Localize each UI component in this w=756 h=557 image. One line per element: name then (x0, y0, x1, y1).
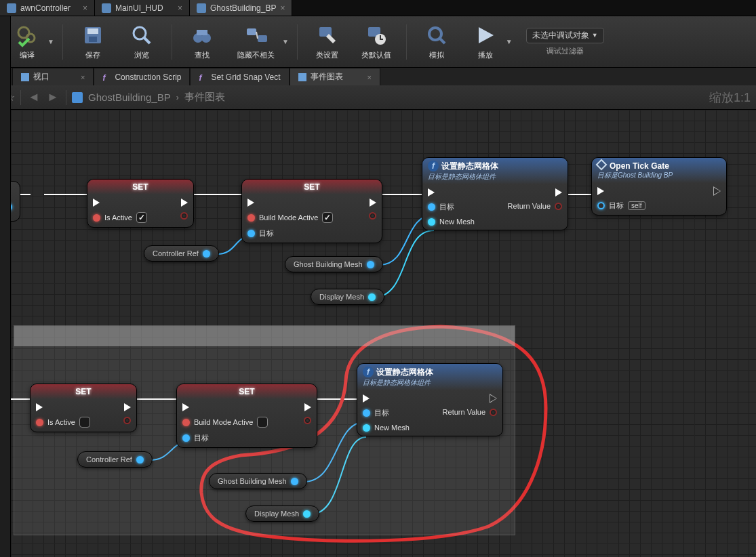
variable-ghost-building-mesh-2[interactable]: Ghost Building Mesh (209, 473, 307, 489)
object-in-pin[interactable] (363, 424, 370, 432)
var-label: Display Mesh (319, 293, 364, 301)
exec-out-pin[interactable] (370, 199, 376, 207)
node-set-is-active[interactable]: SET Is Active (87, 179, 194, 228)
variable-ghost-building-mesh[interactable]: Ghost Building Mesh (285, 256, 383, 272)
bool-out-pin[interactable] (304, 417, 311, 424)
self-pin-value: self (628, 201, 645, 210)
node-set-is-active-2[interactable]: SET Is Active (30, 384, 137, 432)
object-out-pin[interactable] (368, 293, 376, 301)
debug-object-dropdown[interactable]: 未选中调试对象 ▼ (526, 28, 604, 43)
bool-out-pin[interactable] (180, 212, 188, 220)
file-tab-bar: awnController × MainUI_HUD × GhostBuildi… (0, 0, 756, 16)
file-tab-ghostbuilding[interactable]: GhostBuilding_BP × (190, 0, 292, 16)
object-out-pin[interactable] (291, 478, 298, 485)
exec-in-pin[interactable] (247, 199, 254, 207)
nav-back-button[interactable]: ◄ (26, 90, 41, 105)
chevron-down-icon[interactable]: ▼ (47, 38, 54, 45)
object-in-pin[interactable] (247, 230, 255, 237)
compile-button[interactable]: 编译 (5, 20, 49, 64)
exec-in-pin[interactable] (36, 403, 43, 411)
node-set-static-mesh-2[interactable]: f设置静态网格体 目标是静态网格体组件 目标 New Mesh Return V… (357, 363, 503, 436)
bool-out-pin[interactable] (490, 409, 497, 416)
blueprint-graph[interactable]: SET Is Active SET Bu (0, 110, 756, 557)
exec-in-pin[interactable] (182, 403, 189, 411)
tab-set-grid-snap[interactable]: f Set Grid Snap Vect (190, 68, 289, 85)
checkbox-is-active[interactable] (79, 417, 90, 428)
object-in-pin[interactable] (182, 434, 190, 442)
exec-out-pin[interactable] (714, 187, 721, 195)
play-button[interactable]: 播放 (464, 20, 507, 64)
node-set-build-mode-active-2[interactable]: SET Build Mode Active 目标 (176, 384, 317, 448)
gear-arrow-icon (424, 23, 449, 47)
exec-out-pin[interactable] (181, 199, 188, 207)
node-set-static-mesh[interactable]: f设置静态网格体 目标是静态网格体组件 目标 New Mesh Return V… (422, 157, 568, 230)
exec-in-pin[interactable] (93, 199, 100, 207)
toolbar: 编译 ▼ 保存 浏览 查找 隐藏不相关 ▼ 类设置 (0, 16, 756, 68)
magnifier-icon (130, 23, 154, 47)
checkbox-is-active[interactable] (136, 212, 147, 223)
debug-filter-label: 调试过滤器 (546, 46, 584, 56)
node-set-build-mode-active[interactable]: SET Build Mode Active 目标 (241, 179, 382, 243)
bool-in-pin[interactable] (93, 214, 100, 222)
object-out-pin[interactable] (136, 456, 144, 463)
tab-construction-script[interactable]: f Construction Scrip (94, 68, 190, 85)
bool-in-pin[interactable] (36, 419, 43, 426)
exec-out-pin[interactable] (555, 188, 562, 197)
object-in-pin[interactable] (597, 202, 605, 209)
checkbox-build-mode[interactable] (257, 417, 268, 428)
exec-in-pin[interactable] (597, 187, 604, 195)
checkbox-build-mode[interactable] (322, 212, 333, 223)
close-icon[interactable]: × (178, 3, 182, 13)
close-icon[interactable]: × (83, 3, 87, 13)
find-button[interactable]: 查找 (180, 20, 224, 64)
svg-rect-9 (197, 30, 207, 35)
object-in-pin[interactable] (428, 218, 435, 226)
breadcrumb-graph[interactable]: 事件图表 (184, 91, 225, 104)
tab-viewport[interactable]: 视口 × (12, 68, 94, 85)
function-icon: f (199, 73, 207, 81)
class-defaults-button[interactable]: 类默认值 (355, 20, 398, 64)
object-in-pin[interactable] (363, 409, 370, 417)
browse-button[interactable]: 浏览 (120, 20, 163, 64)
function-icon: f (428, 161, 439, 171)
object-out-pin[interactable] (303, 510, 311, 518)
chevron-down-icon[interactable]: ▼ (282, 38, 289, 45)
close-icon[interactable]: × (81, 73, 85, 81)
variable-display-mesh[interactable]: Display Mesh (311, 289, 384, 305)
chevron-down-icon[interactable]: ▼ (506, 38, 513, 45)
pin-label: 目标 (194, 433, 209, 443)
save-button[interactable]: 保存 (71, 20, 115, 64)
left-panel-gutter (0, 16, 11, 557)
bool-in-pin[interactable] (247, 214, 255, 222)
node-open-tick-gate[interactable]: Open Tick Gate 目标是Ghost Building BP 目标 s… (591, 157, 727, 215)
exec-in-pin[interactable] (428, 188, 435, 197)
nav-forward-button[interactable]: ► (45, 90, 60, 105)
debug-object-label: 未选中调试对象 (532, 30, 589, 41)
breadcrumb-blueprint[interactable]: GhostBuilding_BP (88, 91, 171, 103)
close-icon[interactable]: × (367, 73, 372, 81)
exec-out-pin[interactable] (490, 394, 497, 403)
svg-rect-10 (247, 28, 256, 35)
variable-controller-ref[interactable]: Controller Ref (144, 245, 219, 262)
bool-in-pin[interactable] (182, 419, 190, 426)
object-out-pin[interactable] (367, 261, 374, 268)
comment-header[interactable] (14, 326, 515, 346)
variable-controller-ref-2[interactable]: Controller Ref (77, 451, 153, 468)
simulate-button[interactable]: 模拟 (415, 20, 458, 64)
class-settings-button[interactable]: 类设置 (306, 20, 349, 64)
exec-out-pin[interactable] (124, 403, 131, 411)
object-out-pin[interactable] (203, 250, 210, 257)
var-label: Ghost Building Mesh (294, 260, 363, 268)
variable-display-mesh-2[interactable]: Display Mesh (245, 506, 319, 522)
bool-out-pin[interactable] (369, 212, 376, 220)
bool-out-pin[interactable] (123, 417, 131, 424)
bool-out-pin[interactable] (555, 203, 562, 210)
object-in-pin[interactable] (428, 203, 435, 211)
hide-unrelated-button[interactable]: 隐藏不相关 (229, 20, 283, 64)
exec-out-pin[interactable] (304, 403, 311, 411)
file-tab-mainui[interactable]: MainUI_HUD × (95, 0, 190, 16)
exec-in-pin[interactable] (363, 394, 370, 403)
tab-event-graph[interactable]: 事件图表 × (290, 68, 380, 85)
close-icon[interactable]: × (280, 3, 285, 13)
file-tab-pawncontroller[interactable]: awnController × (0, 0, 95, 16)
